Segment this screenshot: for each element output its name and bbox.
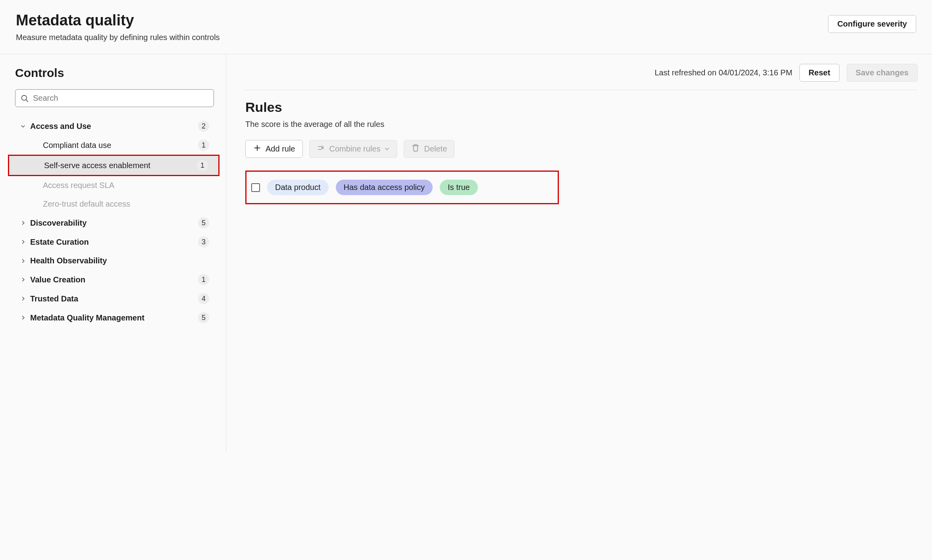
chevron-right-icon[interactable] [20, 276, 26, 283]
tree-item-label: Access request SLA [43, 180, 209, 191]
add-rule-label: Add rule [266, 144, 295, 153]
rule-pill: Is true [440, 180, 478, 195]
save-changes-button[interactable]: Save changes [847, 64, 918, 82]
tree-item-label: Value Creation [30, 274, 194, 285]
sidebar-title: Controls [15, 66, 214, 80]
plus-icon [253, 144, 262, 154]
controls-tree: Access and Use2Compliant data use1Self-s… [15, 117, 214, 327]
tree-item[interactable]: Access and Use2 [15, 117, 214, 136]
chevron-right-icon[interactable] [20, 295, 26, 302]
delete-label: Delete [424, 144, 447, 153]
save-changes-label: Save changes [856, 68, 909, 77]
tree-item[interactable]: Estate Curation3 [15, 232, 214, 251]
tree-item[interactable]: Compliant data use1 [15, 136, 214, 155]
main-panel: Last refreshed on 04/01/2024, 3:16 PM Re… [226, 54, 932, 451]
tree-item[interactable]: Self-serve access enablement1 [9, 156, 218, 175]
combine-icon [317, 144, 325, 154]
chevron-right-icon[interactable] [20, 239, 26, 245]
page-root: Metadata quality Measure metadata qualit… [0, 0, 932, 560]
search-wrap [15, 89, 214, 107]
tree-item-label: Estate Curation [30, 237, 194, 247]
delete-button[interactable]: Delete [404, 140, 454, 158]
chevron-down-icon[interactable] [20, 123, 26, 129]
count-badge: 1 [198, 274, 209, 285]
tree-item-label: Metadata Quality Management [30, 313, 194, 323]
chevron-right-icon[interactable] [20, 315, 26, 321]
rule-row[interactable]: Data productHas data access policyIs tru… [249, 174, 555, 201]
svg-point-0 [22, 95, 27, 100]
header-left: Metadata quality Measure metadata qualit… [16, 12, 220, 42]
tree-item[interactable]: Metadata Quality Management5 [15, 308, 214, 327]
count-badge: 5 [198, 312, 209, 323]
rule-pill: Data product [267, 180, 329, 195]
tree-item: Access request SLA [15, 176, 214, 195]
tree-item[interactable]: Discoverability5 [15, 213, 214, 232]
reset-label: Reset [809, 68, 830, 77]
tree-item[interactable]: Trusted Data4 [15, 289, 214, 308]
last-refreshed: Last refreshed on 04/01/2024, 3:16 PM [655, 68, 792, 77]
tree-item-label: Self-serve access enablement [44, 160, 193, 171]
chevron-down-icon [384, 144, 390, 153]
top-bar: Last refreshed on 04/01/2024, 3:16 PM Re… [245, 64, 918, 90]
count-badge: 5 [198, 217, 209, 228]
page-title: Metadata quality [16, 12, 220, 29]
reset-button[interactable]: Reset [799, 64, 839, 82]
tree-item-label: Access and Use [30, 121, 194, 132]
count-badge: 4 [198, 293, 209, 304]
count-badge: 2 [198, 121, 209, 132]
rule-pill: Has data access policy [336, 180, 433, 195]
combine-rules-label: Combine rules [329, 144, 381, 153]
tree-item[interactable]: Value Creation1 [15, 270, 214, 289]
rules-heading: Rules [245, 100, 918, 115]
configure-severity-label: Configure severity [837, 19, 907, 29]
search-input[interactable] [15, 89, 214, 107]
tree-item-label: Compliant data use [43, 140, 194, 151]
page-subtitle: Measure metadata quality by defining rul… [16, 33, 220, 42]
tree-item[interactable]: Health Observability [15, 251, 214, 270]
chevron-right-icon[interactable] [20, 258, 26, 264]
search-icon [21, 94, 29, 102]
page-header: Metadata quality Measure metadata qualit… [0, 0, 932, 54]
rules-desc: The score is the average of all the rule… [245, 120, 918, 129]
tree-item-label: Discoverability [30, 218, 194, 228]
rule-checkbox[interactable] [251, 183, 260, 192]
svg-line-1 [26, 100, 28, 102]
tree-item-label: Trusted Data [30, 293, 194, 304]
rules-toolbar: Add rule Combine rules [245, 140, 918, 158]
rule-list: Data productHas data access policyIs tru… [245, 171, 918, 204]
tree-item-label: Zero-trust default access [43, 199, 209, 209]
highlight-box: Self-serve access enablement1 [8, 155, 220, 176]
tree-item: Zero-trust default access [15, 195, 214, 213]
add-rule-button[interactable]: Add rule [245, 140, 303, 158]
count-badge: 1 [197, 160, 208, 171]
configure-severity-button[interactable]: Configure severity [828, 15, 916, 33]
sidebar: Controls Access and Use2Compliant data u… [0, 54, 226, 451]
count-badge: 3 [198, 236, 209, 247]
trash-icon [411, 144, 420, 154]
page-body: Controls Access and Use2Compliant data u… [0, 54, 932, 451]
chevron-right-icon[interactable] [20, 220, 26, 226]
tree-item-label: Health Observability [30, 255, 209, 266]
highlight-box: Data productHas data access policyIs tru… [245, 171, 559, 204]
combine-rules-button[interactable]: Combine rules [309, 140, 398, 158]
count-badge: 1 [198, 140, 209, 151]
